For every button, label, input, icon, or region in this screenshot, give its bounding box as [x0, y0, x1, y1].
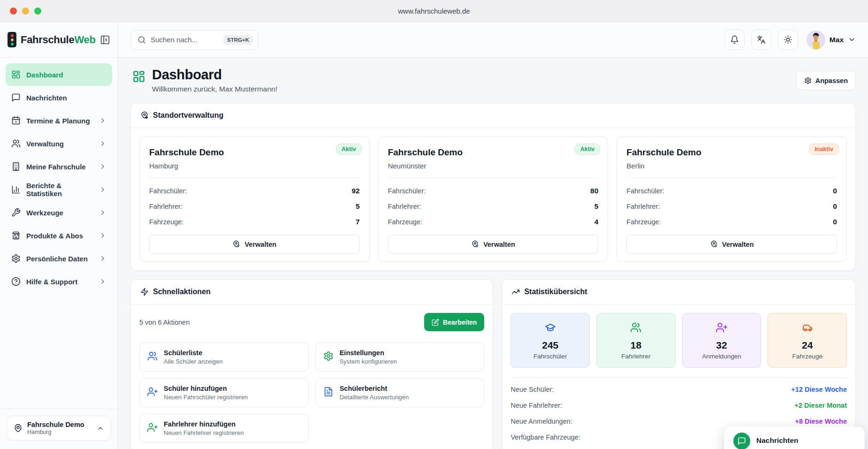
sidebar-collapse-icon[interactable]	[100, 35, 110, 45]
students-label: Fahrschüler:	[149, 187, 187, 195]
manage-location-button[interactable]: Verwalten	[388, 235, 599, 254]
search-icon	[137, 36, 146, 44]
message-icon	[733, 433, 750, 449]
stat-row-label: Verfügbare Fahrzeuge:	[510, 434, 580, 441]
customize-button[interactable]: Anpassen	[796, 71, 856, 90]
quick-action-schuelerbericht[interactable]: Schülerbericht Detaillierte Auswertungen	[315, 378, 485, 407]
address-bar-url: www.fahrschuleweb.de	[0, 7, 868, 15]
dashboard-content: Dashboard Willkommen zurück, Max Musterm…	[118, 58, 868, 449]
edit-quick-actions-button[interactable]: Bearbeiten	[424, 313, 484, 331]
status-badge: Inaktiv	[809, 144, 839, 155]
manage-label: Verwalten	[483, 241, 515, 248]
sidebar-footer: Fahrschule Demo Hamburg	[0, 409, 118, 449]
edit-label: Bearbeiten	[443, 319, 477, 326]
user-menu[interactable]: Max	[807, 30, 856, 49]
stat-anmeldungen[interactable]: 32 Anmeldungen	[682, 313, 761, 368]
quick-action-einstellungen[interactable]: Einstellungen System konfigurieren	[315, 342, 485, 372]
locations-card: Standortverwaltung Aktiv Fahrschule Demo…	[130, 103, 856, 271]
stat-value: 32	[687, 340, 756, 351]
zap-icon	[140, 288, 149, 296]
manage-location-button[interactable]: Verwalten	[626, 235, 837, 254]
stat-row-value: +2 Dieser Monat	[794, 402, 847, 409]
manage-label: Verwalten	[244, 241, 276, 248]
notifications-button[interactable]	[724, 30, 745, 50]
quick-action-title: Fahrlehrer hinzufügen	[164, 420, 244, 428]
quick-actions-section-title: Schnellaktionen	[153, 288, 211, 296]
search-box[interactable]: STRG+K	[130, 30, 258, 50]
stat-fahrlehrer[interactable]: 18 Fahrlehrer	[596, 313, 676, 368]
stat-value: 18	[602, 340, 670, 351]
location-card-neumuenster: Aktiv Fahrschule Demo Neumünster Fahrsch…	[378, 137, 609, 262]
map-pin-edit-icon	[471, 240, 479, 248]
chevron-right-icon	[99, 163, 107, 170]
browser-chrome: www.fahrschuleweb.de	[0, 0, 868, 22]
messages-widget[interactable]: Nachrichten	[724, 426, 865, 449]
user-plus-icon	[147, 422, 158, 434]
location-name: Fahrschule Demo	[388, 147, 599, 158]
sidebar-nav: Dashboard Nachrichten Termine & Planung …	[0, 58, 118, 409]
location-switcher[interactable]: Fahrschule Demo Hamburg	[7, 416, 111, 441]
teachers-value: 0	[833, 202, 837, 211]
status-badge: Aktiv	[575, 144, 601, 155]
gear-icon	[804, 77, 812, 84]
quick-action-fahrlehrer-hinzufuegen[interactable]: Fahrlehrer hinzufügen Neuen Fahrlehrer r…	[139, 414, 309, 443]
store-icon	[11, 231, 21, 240]
gear-icon	[11, 254, 21, 263]
graduation-cap-icon	[545, 327, 556, 335]
students-label: Fahrschüler:	[626, 187, 664, 195]
language-button[interactable]	[751, 30, 771, 50]
stat-fahrschueler[interactable]: 245 Fahrschüler	[510, 313, 590, 368]
stat-row-value: +12 Diese Woche	[791, 386, 847, 393]
sidebar-item-verwaltung[interactable]: Verwaltung	[6, 132, 112, 155]
quick-action-title: Schülerliste	[164, 349, 223, 357]
quick-action-schueler-hinzufuegen[interactable]: Schüler hinzufügen Neuen Fahrschüler reg…	[139, 378, 309, 407]
sidebar-item-meine-fahrschule[interactable]: Meine Fahrschule	[6, 155, 112, 178]
current-location-name: Fahrschule Demo	[27, 421, 84, 428]
vehicles-value: 4	[594, 218, 599, 226]
manage-location-button[interactable]: Verwalten	[149, 235, 360, 254]
teachers-label: Fahrlehrer:	[626, 203, 660, 210]
stat-row-label: Neue Schüler:	[510, 386, 554, 393]
sidebar-item-hilfe-support[interactable]: Hilfe & Support	[6, 270, 112, 293]
map-pin-edit-icon	[232, 240, 240, 248]
quick-action-title: Einstellungen	[340, 349, 397, 357]
sidebar-item-label: Nachrichten	[26, 94, 67, 102]
stat-fahrzeuge[interactable]: 24 Fahrzeuge	[768, 313, 847, 368]
chevron-right-icon	[99, 140, 107, 147]
sidebar-item-persoenliche-daten[interactable]: Persönliche Daten	[6, 247, 112, 270]
quick-actions-count: 5 von 6 Aktionen	[139, 319, 190, 326]
quick-action-subtitle: Neuen Fahrschüler registrieren	[164, 394, 248, 401]
sidebar-item-berichte-statistiken[interactable]: Berichte & Statistiken	[6, 178, 112, 201]
trending-up-icon	[511, 288, 520, 296]
sidebar-item-werkzeuge[interactable]: Werkzeuge	[6, 201, 112, 224]
quick-action-subtitle: Alle Schüler anzeigen	[164, 358, 223, 365]
page-subtitle: Willkommen zurück, Max Mustermann!	[152, 85, 277, 93]
stat-row-label: Neue Fahrlehrer:	[510, 402, 562, 409]
quick-action-subtitle: Neuen Fahrlehrer registrieren	[164, 429, 244, 436]
customize-label: Anpassen	[815, 77, 848, 84]
quick-action-schuelerliste[interactable]: Schülerliste Alle Schüler anzeigen	[139, 342, 309, 372]
sidebar-item-termine-planung[interactable]: Termine & Planung	[6, 109, 112, 132]
stat-row-label: Neue Anmeldungen:	[510, 418, 572, 425]
location-name: Fahrschule Demo	[626, 147, 837, 158]
sidebar-item-label: Hilfe & Support	[26, 278, 77, 286]
stat-value: 24	[773, 340, 842, 351]
stat-label: Fahrschüler	[516, 353, 585, 360]
search-input[interactable]	[151, 36, 219, 44]
quick-actions-card: Schnellaktionen 5 von 6 Aktionen Bearbei…	[130, 279, 493, 449]
vehicles-label: Fahrzeuge:	[626, 218, 661, 226]
sidebar-item-nachrichten[interactable]: Nachrichten	[6, 86, 112, 109]
location-card-hamburg: Aktiv Fahrschule Demo Hamburg Fahrschüle…	[139, 137, 370, 262]
stat-row-neue-fahrlehrer: Neue Fahrlehrer: +2 Dieser Monat	[510, 397, 847, 413]
user-plus-icon	[716, 327, 727, 335]
sidebar-item-produkte-abos[interactable]: Produkte & Abos	[6, 224, 112, 247]
sidebar-item-dashboard[interactable]: Dashboard	[6, 63, 112, 86]
languages-icon	[757, 35, 766, 44]
vehicles-label: Fahrzeuge:	[149, 218, 183, 226]
theme-toggle-button[interactable]	[778, 30, 798, 50]
teachers-label: Fahrlehrer:	[149, 203, 183, 210]
students-value: 80	[590, 187, 598, 195]
quick-action-title: Schüler hinzufügen	[164, 385, 248, 392]
help-circle-icon	[11, 277, 21, 286]
chevron-right-icon	[99, 209, 107, 216]
